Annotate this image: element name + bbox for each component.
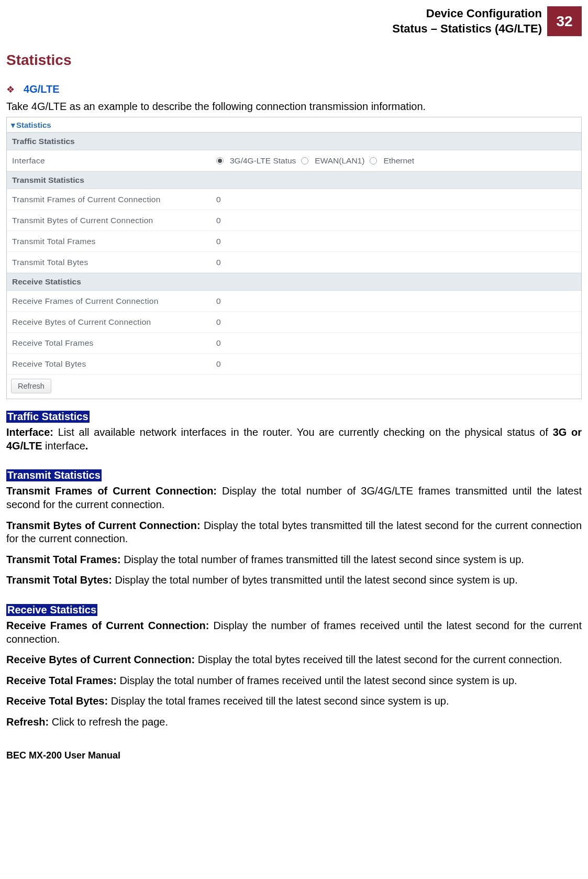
row-label: Transmit Bytes of Current Connection [12,216,216,225]
table-row: Receive Bytes of Current Connection 0 [7,312,581,333]
rx3-text: Display the total number of frames recei… [117,675,517,686]
refresh-desc: Refresh: Click to refresh the page. [6,716,582,729]
tx2-desc: Transmit Bytes of Current Connection: Di… [6,519,582,546]
table-row: Transmit Frames of Current Connection 0 [7,189,581,210]
tx4-desc: Transmit Total Bytes: Display the total … [6,574,582,587]
intro-text: Take 4G/LTE as an example to describe th… [6,101,582,113]
transmit-description: Transmit Statistics Transmit Frames of C… [6,469,582,587]
interface-desc: Interface: List all available network in… [6,426,582,453]
transmit-subhead: Transmit Statistics [7,171,581,189]
rx4-bold: Receive Total Bytes: [6,695,108,707]
traffic-heading: Traffic Statistics [6,411,90,423]
tx3-desc: Transmit Total Frames: Display the total… [6,553,582,567]
receive-heading: Receive Statistics [6,604,97,616]
traffic-description: Traffic Statistics Interface: List all a… [6,411,582,453]
rx4-text: Display the total frames received till t… [108,695,449,707]
radio-ethernet-label: Ethernet [383,156,414,166]
rx2-text: Display the total bytes received till th… [195,654,562,665]
receive-description: Receive Statistics Receive Frames of Cur… [6,604,582,729]
subsection-title: 4G/LTE [24,83,60,95]
row-value: 0 [216,258,576,267]
interface-label: Interface [12,156,216,166]
radio-ethernet[interactable] [370,157,377,164]
rx4-desc: Receive Total Bytes: Display the total f… [6,695,582,708]
interface-desc-text2: interface [42,440,85,452]
row-value: 0 [216,317,576,327]
rx3-bold: Receive Total Frames: [6,675,117,686]
header-title: Device Configuration Status – Statistics… [392,6,547,36]
row-label: Receive Total Bytes [12,359,216,369]
tx3-bold: Transmit Total Frames: [6,554,121,565]
rx3-desc: Receive Total Frames: Display the total … [6,674,582,688]
table-row: Receive Frames of Current Connection 0 [7,291,581,312]
panel-title: ▾Statistics [7,117,581,133]
row-value: 0 [216,359,576,369]
table-row: Transmit Total Frames 0 [7,231,581,252]
footer: BEC MX-200 User Manual [6,750,582,761]
tx1-desc: Transmit Frames of Current Connection: D… [6,485,582,511]
diamond-icon: ❖ [6,84,21,95]
rx2-desc: Receive Bytes of Current Connection: Dis… [6,653,582,667]
table-row: Transmit Bytes of Current Connection 0 [7,210,581,231]
header-line1: Device Configuration [392,6,542,21]
refresh-button[interactable]: Refresh [11,379,51,393]
interface-options: 3G/4G-LTE Status EWAN(LAN1) Ethernet [216,156,576,166]
row-value: 0 [216,296,576,306]
table-row: Receive Total Bytes 0 [7,354,581,375]
interface-row: Interface 3G/4G-LTE Status EWAN(LAN1) Et… [7,150,581,171]
page-number: 32 [547,6,582,36]
rx2-bold: Receive Bytes of Current Connection: [6,654,195,665]
interface-desc-bold: Interface: [6,426,53,438]
subsection-heading: ❖ 4G/LTE [6,83,582,95]
table-row: Transmit Total Bytes 0 [7,252,581,273]
header-line2: Status – Statistics (4G/LTE) [392,21,542,37]
row-value: 0 [216,195,576,204]
interface-desc-text: List all available network interfaces in… [53,426,553,438]
row-value: 0 [216,338,576,348]
tx2-bold: Transmit Bytes of Current Connection: [6,520,201,531]
statistics-panel: ▾Statistics Traffic Statistics Interface… [6,117,582,399]
row-label: Transmit Total Bytes [12,258,216,267]
tx4-bold: Transmit Total Bytes: [6,574,112,586]
tx3-text: Display the total number of frames trans… [121,554,524,565]
row-value: 0 [216,216,576,225]
row-label: Transmit Frames of Current Connection [12,195,216,204]
row-label: Receive Frames of Current Connection [12,296,216,306]
rx1-bold: Receive Frames of Current Connection: [6,620,209,631]
caret-down-icon: ▾ [11,120,15,129]
interface-desc-dot: . [85,440,88,452]
page-header: Device Configuration Status – Statistics… [6,6,582,36]
traffic-subhead: Traffic Statistics [7,133,581,150]
row-label: Receive Bytes of Current Connection [12,317,216,327]
row-label: Transmit Total Frames [12,237,216,246]
refresh-bold: Refresh: [6,716,49,728]
radio-ewan[interactable] [301,157,308,164]
panel-title-text: Statistics [16,120,51,129]
row-label: Receive Total Frames [12,338,216,348]
section-title: Statistics [6,52,582,69]
tx1-bold: Transmit Frames of Current Connection: [6,485,217,497]
table-row: Receive Total Frames 0 [7,333,581,354]
transmit-heading: Transmit Statistics [6,469,102,481]
rx1-desc: Receive Frames of Current Connection: Di… [6,619,582,646]
refresh-text: Click to refresh the page. [49,716,168,728]
radio-ewan-label: EWAN(LAN1) [315,156,364,166]
receive-subhead: Receive Statistics [7,273,581,291]
radio-3g4glte-label: 3G/4G-LTE Status [230,156,296,166]
tx4-text: Display the total number of bytes transm… [112,574,518,586]
panel-footer: Refresh [7,375,581,399]
radio-3g4glte[interactable] [216,157,224,164]
row-value: 0 [216,237,576,246]
